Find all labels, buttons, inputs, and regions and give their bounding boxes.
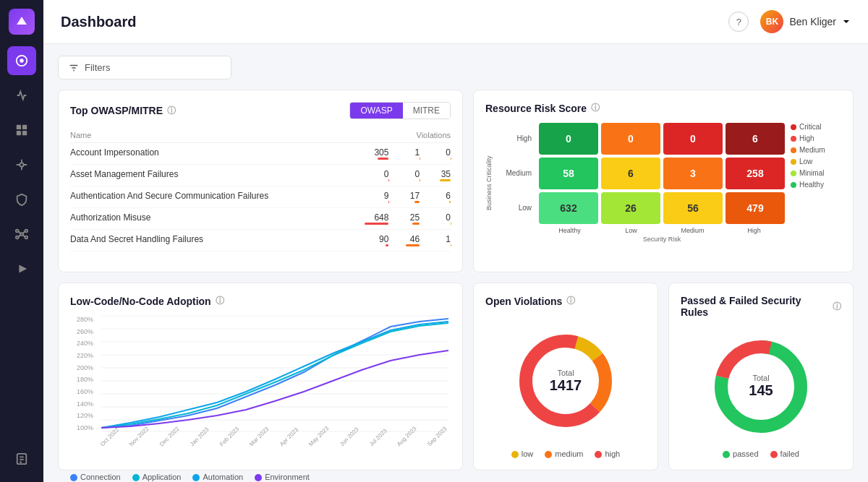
grid-row-high: High 0 0 0 6 [500,123,785,155]
filter-bar[interactable]: Filters [58,56,231,79]
owasp-panel-header: Top OWASP/MITRE ⓘ OWASP MITRE [70,102,451,119]
main-content: Dashboard ? BK Ben Kliger Filters [43,0,868,482]
violations-panel: Open Violations ⓘ Total [473,283,658,470]
chevron-down-icon [842,17,851,26]
risk-info-icon[interactable]: ⓘ [591,102,600,114]
cell-h-medium: 0 [663,123,723,155]
legend-healthy: Healthy [791,181,841,189]
security-rules-info-icon[interactable]: ⓘ [833,301,841,313]
sidebar-item-security[interactable] [7,185,36,214]
security-rules-title: Passed & Failed Security Rules ⓘ [681,295,841,318]
row-v2: 17 [388,186,420,208]
grid-row-low-cells: 632 26 56 479 [539,192,785,224]
violations-title: Open Violations ⓘ [485,295,575,307]
sidebar-item-grid[interactable] [7,116,36,145]
legend-minimal: Minimal [791,169,841,177]
x-label-low: Low [600,227,662,234]
legend-low: low [511,449,534,458]
svg-rect-5 [22,131,27,135]
owasp-info-icon[interactable]: ⓘ [167,105,176,117]
legend-passed: passed [723,449,758,458]
row-v3: 6 [420,186,451,208]
row-v3: 35 [420,165,451,186]
grid-row-low: Low 632 26 56 479 [500,192,785,224]
top-panels: Top OWASP/MITRE ⓘ OWASP MITRE Name Viola… [58,90,854,272]
row-v1: 90 [359,230,388,251]
lc-info-icon[interactable]: ⓘ [216,295,224,307]
row-v1: 0 [359,165,388,186]
mitre-btn[interactable]: MITRE [403,103,450,119]
sidebar-item-docs[interactable] [7,444,36,473]
cell-l-low: 26 [601,192,660,224]
chart-container: 280%260%240%220%200% 180%160%140%120%100… [70,316,451,449]
row-name: Authorization Misuse [70,208,359,230]
svg-point-9 [25,230,28,233]
legend-high: high [595,449,620,458]
risk-title: Resource Risk Score ⓘ [485,102,600,114]
sidebar [0,0,43,482]
owasp-toggle: OWASP MITRE [349,102,451,119]
user-menu[interactable]: BK Ben Kliger [760,10,851,33]
cell-h-low: 0 [601,123,660,155]
cell-l-medium: 56 [663,192,723,224]
sidebar-item-integrations[interactable] [7,220,36,249]
legend-medium: medium [545,449,583,458]
legend-connection: Connection [70,473,121,481]
x-label-healthy: Healthy [539,227,600,234]
legend-automation: Automation [192,473,243,481]
col-violations: Violations [359,128,451,143]
cell-m-medium: 3 [663,158,723,189]
row-v1: 9 [359,186,388,208]
x-labels: Healthy Low Medium High [539,227,785,234]
help-button[interactable]: ? [728,12,749,32]
svg-rect-3 [22,125,27,129]
row-v3: 1 [420,230,451,251]
svg-point-6 [20,163,23,166]
chart-svg [99,316,451,431]
content-area: Filters Top OWASP/MITRE ⓘ OWASP MITRE [43,44,868,482]
cell-l-high: 479 [726,192,785,224]
sidebar-item-run[interactable] [7,254,36,283]
row-v2: 46 [388,230,420,251]
security-rules-donut-container: Total 145 [681,327,841,447]
cell-m-low: 6 [601,158,660,189]
legend-high: High [791,134,841,142]
sidebar-logo[interactable] [9,9,35,35]
svg-point-10 [16,236,19,239]
table-row: Data And Secret Handling Failures 90 46 … [70,230,451,251]
filter-label: Filters [85,62,110,73]
grid-row-medium: Medium 58 6 3 258 [500,158,785,189]
row-v3: 0 [420,143,451,165]
sidebar-item-connections[interactable] [7,150,36,179]
row-v2: 25 [388,208,420,230]
risk-legend: Critical High Medium Low Minimal Healthy [791,123,841,243]
legend-application: Application [132,473,182,481]
violations-center: Total 1417 [550,369,582,394]
bottom-panels: Low-Code/No-Code Adoption ⓘ 280%260%240%… [58,283,854,470]
header: Dashboard ? BK Ben Kliger [43,0,868,44]
row-label-low: Low [500,192,536,224]
row-name: Data And Secret Handling Failures [70,230,359,251]
risk-panel: Resource Risk Score ⓘ Business Criticali… [473,90,854,272]
owasp-btn[interactable]: OWASP [350,103,402,119]
svg-rect-2 [17,125,21,129]
security-rules-legend: passed failed [681,447,841,458]
y-axis: 280%260%240%220%200% 180%160%140%120%100… [70,316,93,431]
svg-point-11 [25,236,28,239]
legend-medium: Medium [791,146,841,154]
row-label-medium: Medium [500,158,536,189]
grid-row-medium-cells: 58 6 3 258 [539,158,785,189]
lc-panel: Low-Code/No-Code Adoption ⓘ 280%260%240%… [58,283,463,470]
header-actions: ? BK Ben Kliger [728,10,851,33]
sidebar-item-activity[interactable] [7,81,36,110]
violations-donut-container: Total 1417 [485,316,646,447]
sidebar-item-overview[interactable] [7,46,36,75]
avatar: BK [760,10,783,33]
owasp-panel: Top OWASP/MITRE ⓘ OWASP MITRE Name Viola… [58,90,463,272]
security-rules-panel: Passed & Failed Security Rules ⓘ Total [668,283,854,470]
svg-point-1 [20,59,23,62]
user-name: Ben Kliger [789,16,836,27]
x-axis-label: Security Risk [539,236,785,243]
violations-info-icon[interactable]: ⓘ [566,295,575,307]
filter-icon [69,63,79,73]
